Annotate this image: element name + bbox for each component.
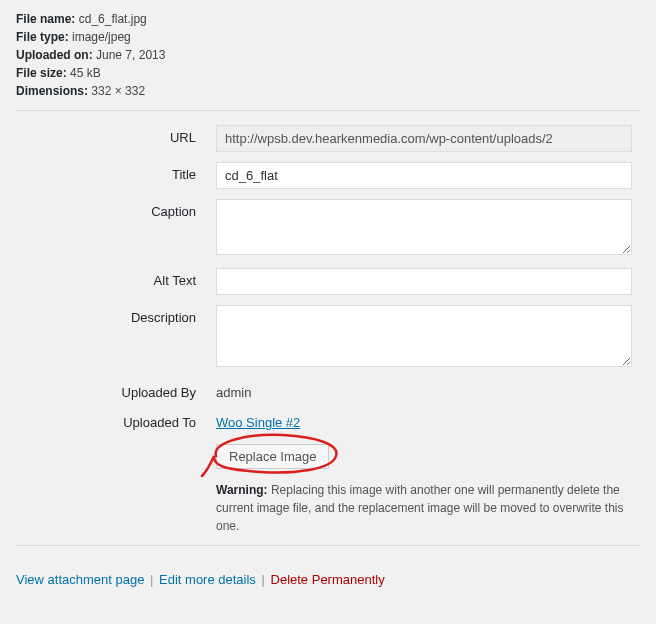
caption-textarea[interactable] xyxy=(216,199,632,255)
divider xyxy=(16,110,640,111)
warning-body: Replacing this image with another one wi… xyxy=(216,483,624,533)
filetype-value: image/jpeg xyxy=(72,30,131,44)
delete-permanently-link[interactable]: Delete Permanently xyxy=(271,572,385,587)
replace-image-row: Replace Image xyxy=(16,440,640,469)
warning-row: Warning: Replacing this image with anoth… xyxy=(16,479,640,535)
uploaded-to-row: Uploaded To Woo Single #2 xyxy=(16,410,640,430)
title-input[interactable] xyxy=(216,162,632,189)
footer-divider xyxy=(16,545,640,546)
url-row: URL xyxy=(16,125,640,152)
uploaded-by-label: Uploaded By xyxy=(16,380,216,400)
alt-text-label: Alt Text xyxy=(16,268,216,288)
edit-details-link[interactable]: Edit more details xyxy=(159,572,256,587)
filename-value: cd_6_flat.jpg xyxy=(79,12,147,26)
filetype-row: File type: image/jpeg xyxy=(16,28,640,46)
filesize-row: File size: 45 kB xyxy=(16,64,640,82)
view-attachment-link[interactable]: View attachment page xyxy=(16,572,144,587)
warning-text: Warning: Replacing this image with anoth… xyxy=(216,481,632,535)
separator: | xyxy=(262,572,265,587)
attachment-details-panel: File name: cd_6_flat.jpg File type: imag… xyxy=(0,0,656,603)
filename-row: File name: cd_6_flat.jpg xyxy=(16,10,640,28)
alt-text-input[interactable] xyxy=(216,268,632,295)
warning-label: Warning: xyxy=(216,483,268,497)
replace-image-button[interactable]: Replace Image xyxy=(216,444,329,469)
filesize-label: File size: xyxy=(16,66,67,80)
url-label: URL xyxy=(16,125,216,145)
title-row: Title xyxy=(16,162,640,189)
filename-label: File name: xyxy=(16,12,75,26)
uploaded-on-label: Uploaded on: xyxy=(16,48,93,62)
filetype-label: File type: xyxy=(16,30,69,44)
file-meta-block: File name: cd_6_flat.jpg File type: imag… xyxy=(16,10,640,100)
attachment-form: URL Title Caption Alt Text Description xyxy=(16,125,640,535)
alt-text-row: Alt Text xyxy=(16,268,640,295)
dimensions-value: 332 × 332 xyxy=(91,84,145,98)
url-input[interactable] xyxy=(216,125,632,152)
caption-label: Caption xyxy=(16,199,216,219)
description-row: Description xyxy=(16,305,640,370)
uploaded-to-label: Uploaded To xyxy=(16,410,216,430)
uploaded-by-value: admin xyxy=(216,380,632,400)
dimensions-label: Dimensions: xyxy=(16,84,88,98)
footer-links: View attachment page | Edit more details… xyxy=(16,572,640,587)
uploaded-on-row: Uploaded on: June 7, 2013 xyxy=(16,46,640,64)
description-textarea[interactable] xyxy=(216,305,632,367)
caption-row: Caption xyxy=(16,199,640,258)
description-label: Description xyxy=(16,305,216,325)
uploaded-by-row: Uploaded By admin xyxy=(16,380,640,400)
uploaded-on-value: June 7, 2013 xyxy=(96,48,165,62)
filesize-value: 45 kB xyxy=(70,66,101,80)
separator: | xyxy=(150,572,153,587)
dimensions-row: Dimensions: 332 × 332 xyxy=(16,82,640,100)
uploaded-to-link[interactable]: Woo Single #2 xyxy=(216,415,300,430)
title-label: Title xyxy=(16,162,216,182)
